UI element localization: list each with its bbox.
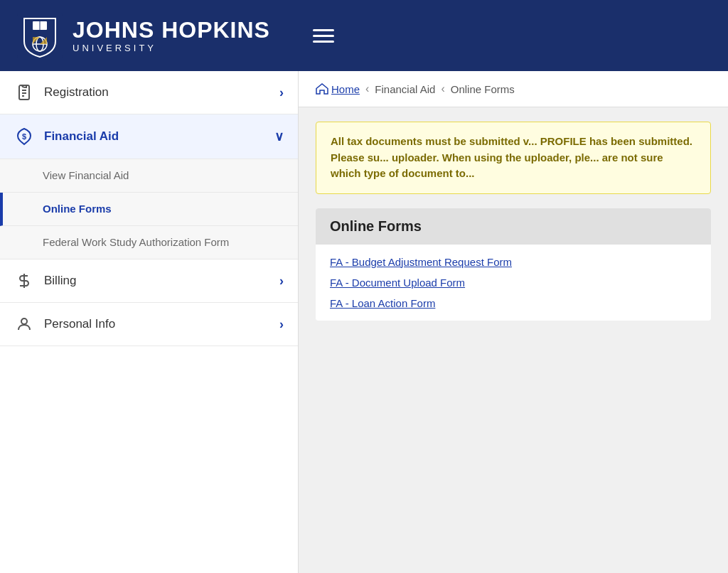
sidebar-item-financial-aid-label: Financial Aid <box>44 129 264 144</box>
sidebar-subitem-online-forms[interactable]: Online Forms <box>0 193 298 226</box>
sidebar-subitem-view-financial-aid[interactable]: View Financial Aid <box>0 159 298 193</box>
svg-text:$: $ <box>22 132 26 141</box>
breadcrumb-sep-1: ‹ <box>365 82 369 95</box>
sidebar-item-registration[interactable]: Registration › <box>0 71 298 114</box>
warning-box: All tax documents must be submitted v...… <box>316 122 711 194</box>
content-area: Home ‹ Financial Aid ‹ Online Forms All … <box>299 71 728 573</box>
university-name-bottom: UNIVERSITY <box>73 43 270 53</box>
university-title: JOHNS HOPKINS UNIVERSITY <box>73 18 270 53</box>
svg-point-12 <box>21 318 27 324</box>
hamburger-line-3 <box>313 41 334 43</box>
breadcrumb-online-forms: Online Forms <box>451 83 515 95</box>
sidebar-subitem-federal-work-study[interactable]: Federal Work Study Authorization Form <box>0 226 298 259</box>
form-link-document-upload[interactable]: FA - Document Upload Form <box>330 277 697 289</box>
forms-section: Online Forms FA - Budget Adjustment Requ… <box>316 208 711 321</box>
sidebar-item-billing[interactable]: Billing › <box>0 259 298 303</box>
financial-aid-submenu: View Financial Aid Online Forms Federal … <box>0 159 298 259</box>
breadcrumb-home-label: Home <box>331 83 360 95</box>
sidebar-item-registration-label: Registration <box>44 85 269 100</box>
sidebar-item-personal-info-label: Personal Info <box>44 317 269 331</box>
hamburger-line-2 <box>313 35 334 37</box>
university-name-top: JOHNS HOPKINS <box>73 18 270 43</box>
personal-info-arrow-icon: › <box>279 317 284 332</box>
main-layout: Registration › $ Financial Aid ∨ View Fi… <box>0 71 728 573</box>
billing-arrow-icon: › <box>279 274 284 289</box>
sidebar-item-personal-info[interactable]: Personal Info › <box>0 303 298 346</box>
warning-text: All tax documents must be submitted v...… <box>331 134 696 182</box>
sidebar-item-billing-label: Billing <box>44 274 269 288</box>
online-forms-label: Online Forms <box>43 203 112 215</box>
dollar-sign-icon <box>14 272 34 289</box>
forms-section-title: Online Forms <box>330 218 422 234</box>
form-link-budget-adjustment[interactable]: FA - Budget Adjustment Request Form <box>330 256 697 268</box>
registration-arrow-icon: › <box>279 85 284 100</box>
breadcrumb-financial-aid: Financial Aid <box>375 83 435 95</box>
content-body: All tax documents must be submitted v...… <box>299 107 728 335</box>
sidebar-item-financial-aid[interactable]: $ Financial Aid ∨ <box>0 114 298 159</box>
breadcrumb: Home ‹ Financial Aid ‹ Online Forms <box>299 71 728 107</box>
jhu-shield-icon <box>17 13 63 58</box>
form-link-loan-action[interactable]: FA - Loan Action Form <box>330 297 697 309</box>
breadcrumb-sep-2: ‹ <box>441 82 444 95</box>
forms-list: FA - Budget Adjustment Request Form FA -… <box>316 245 711 321</box>
site-header: JOHNS HOPKINS UNIVERSITY <box>0 0 728 71</box>
clipboard-icon <box>14 84 34 101</box>
breadcrumb-home-link[interactable]: Home <box>316 83 360 95</box>
financial-aid-icon: $ <box>14 127 34 146</box>
logo-area: JOHNS HOPKINS UNIVERSITY <box>17 13 270 58</box>
sidebar: Registration › $ Financial Aid ∨ View Fi… <box>0 71 299 573</box>
financial-aid-arrow-icon: ∨ <box>274 129 284 144</box>
view-financial-aid-label: View Financial Aid <box>43 169 129 181</box>
forms-section-header: Online Forms <box>316 208 711 245</box>
home-icon <box>316 83 328 95</box>
federal-work-study-label: Federal Work Study Authorization Form <box>43 236 229 248</box>
hamburger-menu-button[interactable] <box>313 29 334 43</box>
person-icon <box>14 316 34 333</box>
hamburger-line-1 <box>313 29 334 31</box>
